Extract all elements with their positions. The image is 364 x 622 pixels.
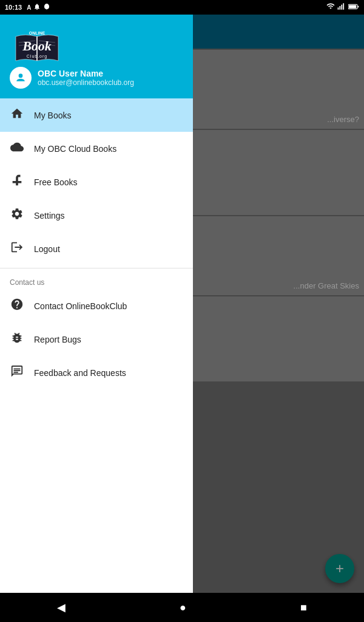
sidebar-item-contact-obc[interactable]: Contact OnlineBookClub [0,289,193,323]
feedback-icon [10,364,24,381]
sidebar-item-obc-cloud[interactable]: My OBC Cloud Books [0,132,193,165]
home-button[interactable]: ● [180,601,186,614]
sidebar-item-obc-cloud-label: My OBC Cloud Books [34,144,116,154]
sidebar-item-feedback-label: Feedback and Requests [34,368,126,378]
svg-text:ONLINE: ONLINE [29,31,46,35]
sidebar-item-report-bugs-label: Report Bugs [34,335,81,344]
user-info-row: OBC User Name obc.user@onlinebookclub.or… [10,67,183,89]
signal-icon [337,2,346,13]
user-email: obc.user@onlinebookclub.org [38,78,183,87]
sidebar-item-report-bugs[interactable]: Report Bugs [0,323,193,356]
drawer-overlay[interactable] [193,15,364,593]
svg-rect-16 [358,6,359,8]
svg-rect-11 [340,6,341,10]
recent-apps-button[interactable]: ■ [300,601,307,614]
contact-section-label: Contact us [0,271,193,289]
svg-rect-10 [338,7,339,10]
logout-icon [10,241,24,257]
status-time: 10:13 [5,4,22,11]
sidebar-item-logout-label: Logout [34,244,60,254]
navigation-drawer: ONLINE Book Club.org [0,15,193,593]
sidebar-item-free-books[interactable]: Free Books [0,165,193,199]
home-icon [10,107,24,123]
settings-icon [10,207,24,224]
sidebar-item-my-books[interactable]: My Books [0,98,193,132]
status-location-icon [43,3,50,12]
drawer-header: ONLINE Book Club.org [0,15,193,98]
status-bar-left: 10:13 A [5,3,50,12]
sidebar-item-my-books-label: My Books [34,111,71,120]
user-name: OBC User Name [38,69,183,78]
status-bar: 10:13 A [0,0,364,15]
svg-rect-15 [349,5,356,8]
svg-text:Club.org: Club.org [27,54,47,59]
status-bar-right [326,2,359,13]
back-button[interactable]: ◀ [57,601,66,614]
logo-svg: ONLINE Book Club.org [10,24,64,67]
svg-rect-13 [343,3,344,10]
app-logo: ONLINE Book Club.org [10,24,64,67]
sidebar-item-contact-obc-label: Contact OnlineBookClub [34,301,127,311]
wifi-icon [326,2,335,13]
sidebar-item-settings-label: Settings [34,211,65,220]
sidebar-item-logout[interactable]: Logout [0,232,193,265]
svg-point-8 [19,73,23,78]
avatar [10,67,32,89]
avatar-icon [15,72,27,84]
svg-rect-12 [341,5,342,10]
drawer-nav: My Books My OBC Cloud Books Free Books [0,98,193,593]
sidebar-item-free-books-label: Free Books [34,177,78,187]
sidebar-item-settings[interactable]: Settings [0,199,193,232]
status-notification-icon [33,3,41,12]
bottom-nav: ◀ ● ■ [0,593,364,622]
bug-icon [10,331,24,347]
cloud-icon [10,140,24,157]
sidebar-item-feedback[interactable]: Feedback and Requests [0,356,193,389]
status-icon-a: A [27,4,31,11]
battery-icon [348,2,359,13]
user-details: OBC User Name obc.user@onlinebookclub.or… [38,69,183,87]
svg-text:Book: Book [22,38,52,53]
help-circle-icon [10,298,24,314]
drawer-divider [0,268,193,268]
book-icon [10,174,24,190]
